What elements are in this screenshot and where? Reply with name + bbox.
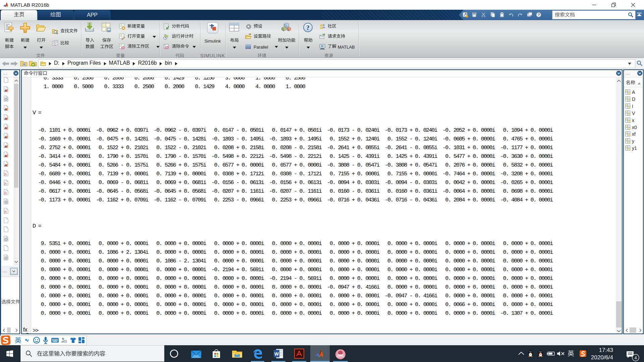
svg-text:fx: fx xyxy=(4,191,7,195)
svg-text:W: W xyxy=(274,351,279,357)
svg-text:?: ? xyxy=(538,13,540,17)
svg-text:fx: fx xyxy=(4,210,7,214)
svg-text:?: ? xyxy=(306,24,310,31)
svg-text:fx: fx xyxy=(4,172,7,176)
svg-text:fx: fx xyxy=(4,182,7,185)
svg-text:4: 4 xyxy=(634,355,637,360)
